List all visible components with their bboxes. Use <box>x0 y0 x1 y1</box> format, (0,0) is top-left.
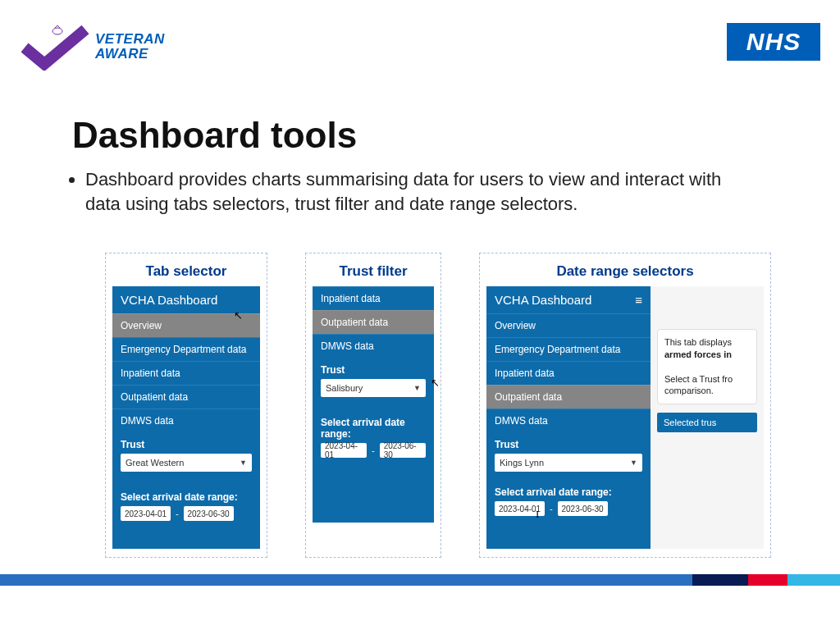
date-from-input[interactable]: 2023-04-01 <box>495 501 545 516</box>
tab-dmws[interactable]: DMWS data <box>486 409 651 432</box>
tab-emergency-department[interactable]: Emergency Department data <box>112 337 260 361</box>
date-to-input[interactable]: 2023-06-30 <box>184 506 234 521</box>
veteran-aware-logo: VETERAN AWARE <box>20 23 165 71</box>
tab-inpatient[interactable]: Inpatient data <box>313 286 434 310</box>
tab-dmws[interactable]: DMWS data <box>313 334 434 358</box>
tab-outpatient[interactable]: Outpatient data <box>112 385 260 409</box>
nhs-logo-text: NHS <box>746 28 801 56</box>
page-title: Dashboard tools <box>72 115 357 156</box>
panel-title: Date range selectors <box>556 263 693 280</box>
date-range: 2023-04-01 - 2023-06-30 <box>495 501 642 516</box>
date-separator: - <box>545 504 557 514</box>
dashboard-title: VCHA Dashboard ≡ <box>486 286 651 313</box>
tab-dmws[interactable]: DMWS data <box>112 409 260 432</box>
date-range-label: Select arrival date range: <box>112 478 260 506</box>
veteran-text-line1: VETERAN <box>95 32 165 47</box>
panel-tab-selector: Tab selector VCHA Dashboard Overview Eme… <box>105 253 267 558</box>
chevron-down-icon: ▼ <box>413 384 421 392</box>
trust-select-value: Great Western <box>126 458 184 468</box>
dashboard-sidebar: Inpatient data Outpatient data DMWS data… <box>313 286 434 523</box>
panel-date-range: Date range selectors VCHA Dashboard ≡ Ov… <box>479 253 771 558</box>
footer-bar <box>0 574 840 586</box>
date-separator: - <box>171 509 183 518</box>
date-to-input[interactable]: 2023-06-30 <box>558 501 608 516</box>
chevron-down-icon: ▼ <box>240 459 247 467</box>
panel-title: Tab selector <box>146 263 227 280</box>
trust-label: Trust <box>486 432 651 454</box>
date-to-input[interactable]: 2023-06-30 <box>380 443 426 458</box>
trust-label: Trust <box>313 358 434 379</box>
date-range-label: Select arrival date range: <box>486 478 651 501</box>
footer-seg-red <box>748 574 788 586</box>
nhs-logo: NHS <box>727 23 820 61</box>
dashboard-sidebar: VCHA Dashboard Overview Emergency Depart… <box>112 286 260 549</box>
trust-select[interactable]: Kings Lynn ▼ <box>495 454 642 472</box>
date-from-input[interactable]: 2023-04-01 <box>121 506 171 521</box>
panel-title: Trust filter <box>339 263 407 280</box>
checkmark-icon <box>20 23 90 71</box>
bullet-item: Dashboard provides charts summarising da… <box>85 167 737 216</box>
tab-outpatient[interactable]: Outpatient data <box>313 310 434 334</box>
content-card: This tab displays armed forces in Select… <box>657 329 757 404</box>
hamburger-icon[interactable]: ≡ <box>635 293 642 307</box>
tab-overview[interactable]: Overview <box>112 313 260 337</box>
trust-select[interactable]: Great Western ▼ <box>121 454 252 472</box>
date-range: 2023-04-01 - 2023-06-30 <box>121 506 252 521</box>
footer-seg-blue <box>0 574 692 586</box>
footer-seg-cyan <box>788 574 840 586</box>
panel-trust-filter: Trust filter Inpatient data Outpatient d… <box>305 253 441 558</box>
trust-select[interactable]: Salisbury ▼ <box>321 379 426 397</box>
tab-outpatient[interactable]: Outpatient data <box>486 385 651 409</box>
trust-select-value: Kings Lynn <box>500 458 544 468</box>
content-preview: This tab displays armed forces in Select… <box>651 286 764 549</box>
date-from-input[interactable]: 2023-04-01 <box>321 443 367 458</box>
selected-trust-bar: Selected trus <box>657 413 757 432</box>
veteran-text-line2: AWARE <box>95 47 165 62</box>
tab-inpatient[interactable]: Inpatient data <box>486 361 651 385</box>
footer-seg-navy <box>692 574 748 586</box>
chevron-down-icon: ▼ <box>630 459 637 467</box>
trust-select-value: Salisbury <box>326 383 363 393</box>
dashboard-sidebar: VCHA Dashboard ≡ Overview Emergency Depa… <box>486 286 651 549</box>
date-range: 2023-04-01 - 2023-06-30 <box>321 443 426 458</box>
trust-label: Trust <box>112 432 260 454</box>
dashboard-title: VCHA Dashboard <box>112 286 260 313</box>
date-separator: - <box>367 446 379 455</box>
date-range-label: Select arrival date range: <box>313 404 434 443</box>
tab-overview[interactable]: Overview <box>486 313 651 337</box>
tab-inpatient[interactable]: Inpatient data <box>112 361 260 385</box>
tab-emergency-department[interactable]: Emergency Department data <box>486 337 651 361</box>
bullet-list: Dashboard provides charts summarising da… <box>64 167 737 216</box>
